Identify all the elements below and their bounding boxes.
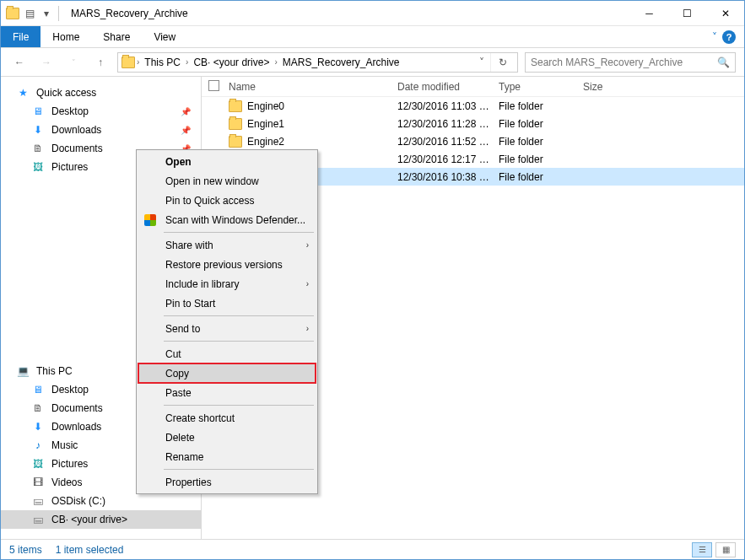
table-row[interactable]: Engine2 12/30/2016 11:52 … File folder — [202, 132, 744, 150]
chevron-right-icon: › — [306, 240, 309, 250]
ctx-open-new-window[interactable]: Open in new window — [138, 171, 316, 191]
separator — [164, 315, 314, 316]
address-row: ← → ˅ ↑ › This PC › CB· <your drive> › M… — [1, 48, 744, 77]
separator — [164, 232, 314, 233]
crumb-this-pc[interactable]: This PC — [141, 57, 184, 68]
minimize-button[interactable]: ─ — [630, 1, 668, 25]
col-type[interactable]: Type — [499, 81, 583, 93]
col-date[interactable]: Date modified — [397, 81, 499, 93]
desktop-icon: 🖥 — [31, 383, 45, 396]
separator — [164, 405, 314, 406]
tab-view[interactable]: View — [142, 26, 187, 47]
sidebar-item-downloads[interactable]: ⬇Downloads📌 — [1, 121, 201, 139]
ctx-restore-versions[interactable]: Restore previous versions — [138, 255, 316, 274]
ctx-copy[interactable]: Copy — [138, 363, 316, 383]
breadcrumb[interactable]: › This PC › CB· <your drive> › MARS_Reco… — [117, 52, 518, 73]
ctx-rename[interactable]: Rename — [138, 447, 316, 466]
downloads-icon: ⬇ — [31, 420, 45, 433]
sidebar-quick-access[interactable]: ★ Quick access — [1, 83, 201, 102]
file-tab[interactable]: File — [1, 26, 40, 47]
view-details-button[interactable]: ☰ — [692, 542, 712, 557]
ctx-open[interactable]: Open — [138, 152, 316, 171]
folder-icon — [229, 118, 242, 130]
separator — [164, 469, 314, 470]
ctx-cut[interactable]: Cut — [138, 344, 316, 363]
chevron-right-icon: › — [306, 279, 309, 288]
window-folder-icon — [6, 7, 19, 20]
refresh-icon[interactable]: ↻ — [490, 53, 514, 72]
ctx-include-library[interactable]: Include in library› — [138, 274, 316, 293]
context-menu: Open Open in new window Pin to Quick acc… — [136, 149, 318, 494]
music-icon: ♪ — [31, 439, 45, 452]
status-bar: 5 items 1 item selected ☰ ▦ — [1, 539, 744, 559]
pc-icon: 💻 — [16, 364, 30, 378]
chevron-right-icon[interactable]: › — [274, 57, 277, 67]
star-icon: ★ — [16, 86, 30, 100]
sidebar-item-osdisk[interactable]: 🖴OSDisk (C:) — [1, 492, 201, 510]
ctx-send-to[interactable]: Send to› — [138, 319, 316, 338]
chevron-right-icon[interactable]: › — [137, 57, 139, 67]
close-button[interactable]: ✕ — [706, 1, 744, 25]
documents-icon: 🗎 — [31, 401, 45, 415]
status-selected-count: 1 item selected — [56, 544, 124, 556]
tab-share[interactable]: Share — [91, 26, 142, 47]
pin-icon: 📌 — [181, 107, 191, 116]
sidebar-item-drive[interactable]: 🖴CB· <your drive> — [1, 510, 201, 529]
disk-icon: 🖴 — [31, 513, 45, 526]
pictures-icon: 🖼 — [31, 457, 45, 471]
col-size[interactable]: Size — [583, 81, 634, 93]
ctx-pin-quick-access[interactable]: Pin to Quick access — [138, 191, 316, 210]
ctx-scan-defender[interactable]: Scan with Windows Defender... — [138, 210, 316, 229]
recent-dropdown[interactable]: ˅ — [63, 52, 84, 73]
defender-icon — [143, 213, 157, 227]
col-name[interactable]: Name — [229, 81, 397, 93]
ribbon-expand-icon[interactable]: ˅ — [712, 31, 717, 43]
qat-new-folder-icon[interactable]: ▾ — [40, 7, 53, 20]
breadcrumb-folder-icon — [121, 56, 135, 69]
help-icon[interactable]: ? — [722, 30, 736, 44]
back-button[interactable]: ← — [9, 52, 30, 73]
sidebar-label: Quick access — [36, 87, 96, 99]
ctx-paste[interactable]: Paste — [138, 383, 316, 402]
window-title: MARS_Recovery_Archive — [71, 8, 188, 19]
sidebar-item-desktop[interactable]: 🖥Desktop📌 — [1, 102, 201, 121]
search-input[interactable]: Search MARS_Recovery_Archive 🔍 — [525, 52, 736, 73]
folder-icon — [229, 136, 242, 148]
ctx-share-with[interactable]: Share with› — [138, 235, 316, 255]
table-row[interactable]: Engine0 12/30/2016 11:03 … File folder — [202, 97, 744, 115]
up-button[interactable]: ↑ — [90, 52, 111, 73]
crumb-drive[interactable]: CB· <your drive> — [190, 57, 273, 68]
view-thumbnails-button[interactable]: ▦ — [715, 542, 736, 557]
breadcrumb-dropdown-icon[interactable]: ˅ — [475, 57, 489, 68]
chevron-right-icon: › — [306, 324, 309, 333]
tab-home[interactable]: Home — [40, 26, 91, 47]
ribbon: File Home Share View ˅ ? — [1, 26, 744, 48]
ctx-create-shortcut[interactable]: Create shortcut — [138, 408, 316, 428]
videos-icon: 🎞 — [31, 476, 45, 489]
ctx-delete[interactable]: Delete — [138, 428, 316, 447]
downloads-icon: ⬇ — [31, 123, 45, 137]
ctx-properties[interactable]: Properties — [138, 472, 316, 492]
pin-icon: 📌 — [181, 126, 191, 135]
column-headers[interactable]: Name Date modified Type Size — [202, 77, 744, 97]
pictures-icon: 🖼 — [31, 160, 45, 174]
crumb-folder[interactable]: MARS_Recovery_Archive — [279, 57, 403, 68]
disk-icon: 🖴 — [31, 494, 45, 508]
folder-icon — [229, 100, 242, 112]
status-item-count: 5 items — [9, 544, 42, 556]
ctx-pin-start[interactable]: Pin to Start — [138, 293, 316, 313]
table-row[interactable]: Engine1 12/30/2016 11:28 … File folder — [202, 115, 744, 132]
desktop-icon: 🖥 — [31, 105, 45, 118]
qat-properties-icon[interactable]: ▤ — [23, 7, 36, 20]
separator — [164, 341, 314, 342]
chevron-right-icon[interactable]: › — [186, 57, 188, 67]
select-all-checkbox[interactable] — [208, 80, 219, 91]
documents-icon: 🗎 — [31, 142, 45, 155]
titlebar: ▤ ▾ MARS_Recovery_Archive ─ ☐ ✕ — [1, 1, 744, 26]
search-placeholder: Search MARS_Recovery_Archive — [531, 57, 683, 68]
search-icon: 🔍 — [717, 57, 730, 68]
maximize-button[interactable]: ☐ — [668, 1, 706, 25]
forward-button[interactable]: → — [36, 52, 57, 73]
